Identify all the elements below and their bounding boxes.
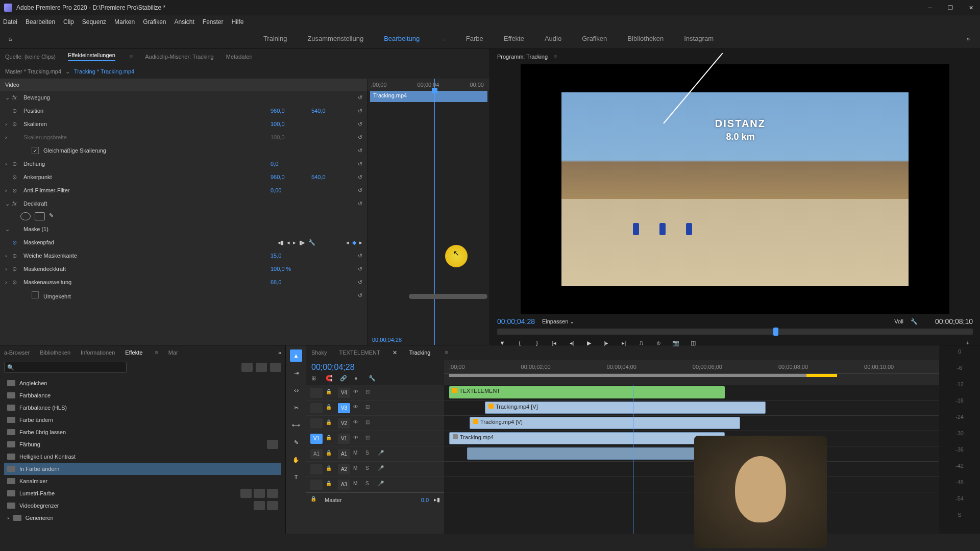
mask-rect-icon[interactable] (35, 212, 45, 220)
tab-audioclip-mischer[interactable]: Audioclip-Mischer: Tracking (145, 54, 214, 60)
toggle-output-icon[interactable]: 👁 (353, 404, 362, 412)
reset-icon[interactable]: ↺ (352, 279, 362, 286)
reset-icon[interactable]: ↺ (352, 161, 362, 167)
seq-tab-shaky[interactable]: Shaky (311, 349, 327, 356)
program-timecode[interactable]: 00;00;04;28 (497, 317, 535, 325)
pen-tool-icon[interactable]: ✎ (290, 436, 302, 448)
track-label[interactable]: V3 (338, 403, 350, 413)
menu-fenster[interactable]: Fenster (203, 18, 224, 26)
menu-ansicht[interactable]: Ansicht (174, 18, 194, 26)
fx-badge-icon[interactable]: fx (12, 201, 21, 207)
snap-icon[interactable]: 🧲 (326, 375, 335, 384)
mute-icon[interactable]: M (353, 450, 362, 458)
menu-clip[interactable]: Clip (63, 18, 74, 26)
solo-icon[interactable]: S (365, 481, 375, 489)
fx-item-label[interactable]: In Farbe ändern (19, 466, 59, 472)
razor-tool-icon[interactable]: ✂ (290, 402, 302, 414)
marker-icon[interactable]: ● (354, 375, 363, 384)
hand-tool-icon[interactable]: ✋ (290, 454, 302, 466)
menu-hilfe[interactable]: Hilfe (232, 18, 244, 26)
lock-icon[interactable]: 🔒 (326, 419, 335, 428)
reset-icon[interactable]: ↺ (352, 94, 362, 101)
reset-icon[interactable]: ↺ (352, 187, 362, 194)
lock-icon[interactable]: 🔒 (326, 389, 335, 397)
source-patch-a1[interactable]: A1 (310, 449, 323, 459)
source-patch-v1[interactable]: V1 (310, 434, 323, 444)
reset-icon[interactable]: ↺ (352, 174, 362, 181)
fx-item-label[interactable]: Lumetri-Farbe (19, 490, 55, 496)
track-play-icon[interactable]: ▸ (293, 239, 296, 246)
fx-badge-yuv-icon[interactable] (270, 363, 281, 372)
track-back-one-icon[interactable]: ◂▮ (278, 239, 284, 246)
panel-menu-icon[interactable]: ≡ (445, 349, 448, 356)
tab-effekte[interactable]: Effekte (125, 349, 142, 356)
anker-x-value[interactable]: 960,0 (271, 174, 311, 180)
track-header-v4[interactable]: 🔒 V4 👁 ⊡ (306, 385, 444, 400)
drehung-value[interactable]: 0,0 (271, 161, 311, 167)
solo-icon[interactable]: S (365, 465, 375, 473)
expand-icon[interactable]: ⌄ (5, 201, 12, 207)
lock-icon[interactable]: 🔒 (326, 481, 335, 489)
timeline-playhead[interactable] (633, 385, 633, 534)
nest-icon[interactable]: ⊞ (311, 375, 321, 384)
reset-icon[interactable]: ↺ (352, 121, 362, 128)
tab-metadaten[interactable]: Metadaten (226, 54, 253, 60)
skip-icon[interactable]: ▸▮ (434, 496, 440, 503)
overflow-icon[interactable]: » (278, 349, 281, 356)
ws-grafiken[interactable]: Grafiken (582, 35, 607, 42)
ws-zusammenstellung[interactable]: Zusammenstellung (307, 35, 363, 42)
maskenausw-value[interactable]: 68,0 (271, 279, 311, 285)
lock-icon[interactable]: 🔒 (326, 465, 335, 473)
expand-icon[interactable]: › (5, 161, 12, 167)
tab-informationen[interactable]: Informationen (81, 349, 115, 356)
fx-item-label[interactable]: Farbe ändern (19, 417, 53, 423)
ws-overflow-icon[interactable]: » (957, 36, 980, 42)
toggle-output-icon[interactable]: 👁 (353, 419, 362, 428)
anker-y-value[interactable]: 540,0 (311, 174, 352, 180)
fx-item-label[interactable]: Kanalmixer (19, 478, 47, 484)
expand-icon[interactable]: › (5, 253, 12, 259)
sync-lock-icon[interactable]: ⊡ (365, 435, 375, 443)
breadcrumb-clip[interactable]: Tracking * Tracking.mp4 (74, 68, 134, 74)
expand-icon[interactable]: › (5, 279, 12, 285)
stopwatch-icon[interactable]: ⊙ (12, 121, 21, 128)
tab-effekteinstellungen[interactable]: Effekteinstellungen (68, 52, 115, 61)
clip-tracking-v2[interactable]: Tracking.mp4 [V] (470, 417, 740, 429)
reset-icon[interactable]: ↺ (352, 108, 362, 114)
fx-item-label[interactable]: Helligkeit und Kontrast (19, 454, 76, 460)
wrench-icon[interactable]: 🔧 (911, 318, 918, 325)
ws-farbe[interactable]: Farbe (466, 35, 483, 42)
ws-training[interactable]: Training (263, 35, 287, 42)
ws-audio[interactable]: Audio (545, 35, 561, 42)
track-header-a2[interactable]: 🔒 A2 M S 🎤 (306, 462, 444, 477)
expand-icon[interactable]: ⌄ (5, 94, 12, 101)
fx-item-label[interactable]: Videobegrenzer (19, 503, 59, 509)
record-icon[interactable]: 🎤 (378, 481, 387, 489)
settings-icon[interactable]: 🔧 (369, 375, 378, 384)
track-label[interactable]: V2 (338, 418, 350, 429)
stopwatch-icon[interactable]: ⊙ (12, 108, 21, 114)
expand-icon[interactable]: › (5, 121, 12, 127)
fx-item-label[interactable]: Farbbalance (19, 392, 51, 398)
track-back-icon[interactable]: ◂ (287, 239, 290, 246)
maskendeck-value[interactable]: 100,0 % (271, 266, 311, 272)
program-scrub-head[interactable] (773, 328, 778, 336)
seq-tab-tracking[interactable]: Tracking (409, 349, 431, 356)
track-header-v3[interactable]: 🔒 V3 👁 ⊡ (306, 400, 444, 416)
position-y-value[interactable]: 540,0 (311, 108, 352, 114)
mini-time-ruler[interactable]: ,00;00 00;00;04 00;00 (368, 79, 489, 91)
uniform-scale-checkbox[interactable] (32, 147, 39, 154)
mini-playhead[interactable] (434, 79, 435, 345)
fx-badge-32bit-icon[interactable] (256, 363, 267, 372)
record-icon[interactable]: 🎤 (378, 465, 387, 473)
stopwatch-icon[interactable]: ⊙ (12, 174, 21, 181)
menu-sequenz[interactable]: Sequenz (82, 18, 106, 26)
ws-instagram[interactable]: Instagram (684, 35, 714, 42)
fx-item-label[interactable]: Färbung (19, 441, 40, 447)
lock-icon[interactable]: 🔒 (326, 450, 335, 458)
mini-clip-bar[interactable]: Tracking.mp4 (370, 91, 487, 102)
track-label[interactable]: A1 (338, 449, 350, 459)
slip-tool-icon[interactable]: ⟷ (290, 419, 302, 431)
close-button[interactable]: ✕ (966, 3, 976, 13)
maximize-button[interactable]: ❐ (945, 3, 955, 13)
